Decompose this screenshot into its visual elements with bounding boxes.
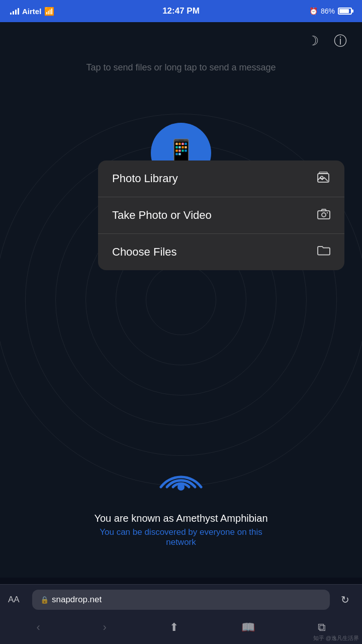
choose-files-label: Choose Files (112, 246, 176, 259)
signal-animation (153, 449, 209, 505)
status-bar: Airtel 📶 12:47 PM ⏰ 86% (0, 0, 362, 22)
top-icons: ☽ ⓘ (307, 32, 347, 50)
status-time: 12:47 PM (162, 6, 200, 16)
device-sub-label: You can be discovered by everyone on thi… (90, 527, 272, 547)
menu-item-choose-files[interactable]: Choose Files (98, 234, 344, 270)
status-left: Airtel 📶 (10, 7, 54, 16)
take-photo-label: Take Photo or Video (112, 209, 212, 222)
device-name-label: You are known as Amethyst Amphibian (94, 513, 267, 524)
dark-mode-icon[interactable]: ☽ (307, 33, 319, 49)
battery-label: 86% (321, 7, 335, 15)
aa-button[interactable]: AA (8, 595, 26, 605)
svg-point-5 (327, 212, 328, 213)
main-area: ☽ ⓘ Tap to send files or long tap to sen… (0, 22, 362, 578)
lock-icon: 🔒 (40, 596, 49, 604)
context-menu: Photo Library Take Photo or Video (98, 160, 344, 270)
info-icon[interactable]: ⓘ (334, 32, 347, 50)
carrier-label: Airtel (22, 7, 41, 16)
status-right: ⏰ 86% (309, 7, 352, 15)
wifi-icon: 📶 (44, 7, 54, 16)
back-button[interactable]: ‹ (28, 618, 48, 637)
svg-rect-3 (318, 211, 330, 219)
svg-point-4 (322, 213, 326, 217)
photo-library-label: Photo Library (112, 172, 178, 185)
svg-rect-1 (319, 172, 327, 174)
bookmarks-button[interactable]: 📖 (233, 618, 263, 637)
url-text: snapdrop.net (52, 595, 102, 605)
browser-bar: AA 🔒 snapdrop.net ↻ ‹ › ⬆ 📖 ⧉ (0, 584, 362, 644)
photo-library-icon (317, 172, 330, 186)
alarm-icon: ⏰ (309, 7, 318, 15)
browser-nav: ‹ › ⬆ 📖 ⧉ (0, 615, 362, 644)
menu-item-photo-library[interactable]: Photo Library (98, 160, 344, 197)
svg-point-6 (177, 484, 185, 491)
url-bar-row: AA 🔒 snapdrop.net ↻ (0, 585, 362, 615)
menu-item-take-photo[interactable]: Take Photo or Video (98, 197, 344, 234)
folder-icon (317, 245, 330, 259)
camera-icon (317, 208, 330, 222)
share-button[interactable]: ⬆ (161, 618, 187, 637)
bottom-device-info: You are known as Amethyst Amphibian You … (90, 449, 272, 547)
watermark: 知乎 @逸凡生活界 (313, 634, 359, 642)
refresh-button[interactable]: ↻ (336, 594, 354, 606)
forward-button[interactable]: › (95, 618, 115, 637)
hint-text: Tap to send files or long tap to send a … (55, 62, 307, 73)
signal-bars-icon (10, 8, 19, 15)
battery-icon (338, 8, 352, 15)
url-input[interactable]: 🔒 snapdrop.net (32, 590, 330, 610)
